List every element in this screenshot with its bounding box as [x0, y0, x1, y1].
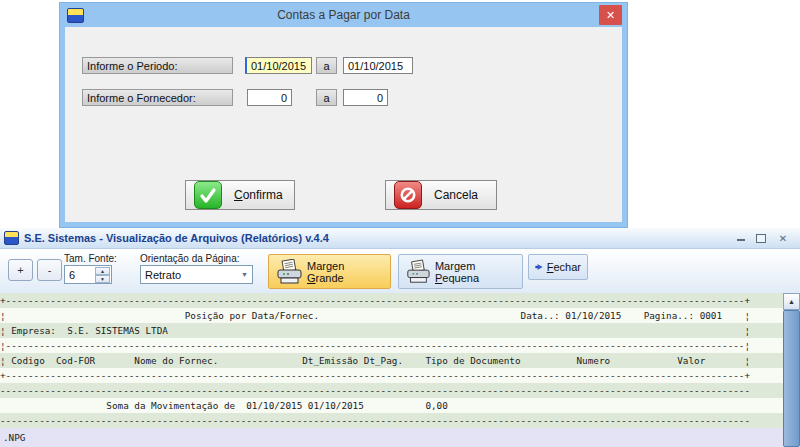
report-line: ----------------------------------------…	[0, 383, 783, 398]
dialog-body: Informe o Periodo: 01/10/2015 a 01/10/20…	[65, 27, 622, 222]
report-line: ¦ Posição por Data/Fornec. Data..: 01/10…	[0, 308, 783, 323]
close-icon[interactable]: ✕	[599, 5, 622, 25]
contas-dialog: Contas a Pagar por Data ✕ Informe o Peri…	[60, 3, 627, 227]
margin-small-button[interactable]: Margem Pequena	[398, 254, 523, 289]
supplier-sep-label: a	[316, 89, 337, 106]
se-app-icon	[67, 8, 84, 23]
font-size-label: Tam. Fonte:	[64, 253, 117, 264]
printer-icon	[405, 259, 431, 285]
report-line: +---------------------------------------…	[0, 368, 783, 383]
cancel-label: Cancela	[434, 188, 478, 202]
zoom-in-button[interactable]: +	[8, 259, 33, 281]
period-sep-label: a	[316, 57, 337, 74]
minimize-icon[interactable]	[734, 232, 748, 244]
font-size-stepper[interactable]: ▲▼	[95, 267, 110, 282]
chevron-up-icon: ▲	[95, 267, 110, 275]
dialog-titlebar[interactable]: Contas a Pagar por Data ✕	[60, 3, 627, 27]
supplier-to-input[interactable]: 0	[343, 89, 388, 106]
orientation-value: Retrato	[145, 269, 181, 281]
viewer-title: S.E. Sistemas - Visualização de Arquivos…	[24, 232, 329, 244]
cancel-button[interactable]: Cancela	[385, 180, 497, 210]
zoom-out-button[interactable]: -	[37, 259, 62, 281]
close-viewer-button[interactable]: Fechar	[528, 254, 588, 280]
restore-icon[interactable]	[754, 232, 768, 244]
confirm-label: Confirma	[234, 188, 283, 202]
chevron-down-icon: ▼	[95, 275, 110, 283]
confirm-button[interactable]: Confirma	[185, 180, 295, 210]
report-line: ----------------------------------------…	[0, 413, 783, 428]
se-app-icon	[4, 231, 19, 245]
viewer-toolbar: + - Tam. Fonte: 6 ▲▼ Orientação da Págin…	[0, 249, 800, 295]
orientation-select[interactable]: Retrato ▼	[140, 265, 253, 284]
scrollbar-thumb[interactable]	[783, 310, 800, 447]
report-viewer-window: S.E. Sistemas - Visualização de Arquivos…	[0, 228, 800, 447]
supplier-label: Informe o Fornecedor:	[82, 89, 233, 106]
font-size-input[interactable]: 6 ▲▼	[64, 265, 112, 284]
margin-small-label: Margem Pequena	[435, 260, 516, 284]
viewer-titlebar[interactable]: S.E. Sistemas - Visualização de Arquivos…	[0, 228, 800, 249]
close-icon[interactable]: ✕	[776, 232, 790, 244]
supplier-from-input[interactable]: 0	[247, 89, 292, 106]
orientation-label: Orientação da Página:	[140, 253, 240, 264]
report-line: +---------------------------------------…	[0, 293, 783, 308]
check-icon	[194, 181, 222, 209]
report-area: +---------------------------------------…	[0, 293, 800, 447]
report-line: ¦ Empresa: S.E. SISTEMAS LTDA ¦	[0, 323, 783, 338]
period-to-input[interactable]: 01/10/2015	[343, 57, 413, 74]
vertical-scrollbar[interactable]: ▲	[783, 293, 800, 447]
close-viewer-label: Fechar	[547, 261, 581, 273]
report-line: ¦---------------------------------------…	[0, 338, 783, 353]
arrow-icon	[535, 258, 543, 276]
margin-large-label: Margen Grande	[307, 260, 384, 284]
font-size-value: 6	[69, 269, 75, 281]
report-line: Soma da Movimentação de 01/10/2015 01/10…	[0, 398, 783, 413]
report-footer-text: .NPG	[3, 432, 25, 443]
scroll-up-icon[interactable]: ▲	[783, 293, 800, 310]
printer-icon	[275, 259, 303, 285]
report-line: ¦ Codigo Cod-FOR Nome do Fornec. Dt_Emis…	[0, 353, 783, 368]
period-from-input[interactable]: 01/10/2015	[245, 57, 312, 74]
margin-large-button[interactable]: Margen Grande	[268, 254, 391, 289]
period-label: Informe o Periodo:	[82, 57, 233, 74]
dialog-title: Contas a Pagar por Data	[60, 8, 627, 22]
report-page: +---------------------------------------…	[0, 293, 783, 428]
chevron-down-icon: ▼	[241, 271, 248, 278]
prohibition-icon	[394, 181, 422, 209]
